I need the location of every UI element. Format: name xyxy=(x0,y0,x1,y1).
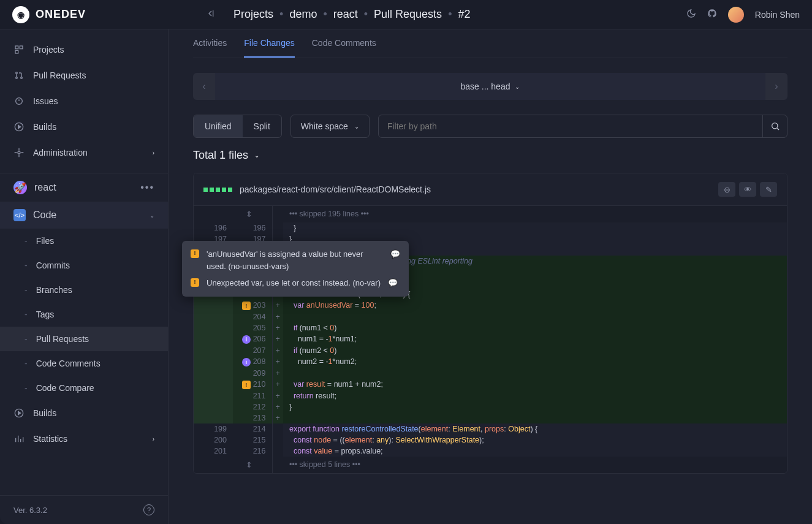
code-content[interactable] xyxy=(283,412,787,423)
search-button[interactable] xyxy=(762,115,787,137)
view-options-button[interactable]: ⊖ xyxy=(718,182,735,197)
diff-sign: + xyxy=(272,322,283,333)
tab-code-comments[interactable]: Code Comments xyxy=(312,38,376,58)
sidebar-sub-commits[interactable]: -Commits xyxy=(0,253,168,278)
diff-sign: + xyxy=(272,379,283,390)
sidebar-item-projects[interactable]: Projects xyxy=(0,37,168,63)
unified-button[interactable]: Unified xyxy=(194,115,243,137)
sidebar-item-statistics[interactable]: Statistics› xyxy=(0,426,168,452)
sidebar-item-builds[interactable]: Builds xyxy=(0,114,168,140)
sidebar-sub-branches[interactable]: -Branches xyxy=(0,278,168,302)
code-content[interactable] xyxy=(283,368,787,379)
project-menu-button[interactable]: ••• xyxy=(140,182,154,193)
code-icon: </> xyxy=(13,209,26,221)
line-number-old xyxy=(194,412,233,423)
edit-file-button[interactable]: ✎ xyxy=(760,182,777,197)
code-row: 211+ return result; xyxy=(194,390,787,401)
line-number-old xyxy=(194,345,233,356)
collapse-sidebar-button[interactable] xyxy=(205,9,215,21)
sidebar-item-label: Administration xyxy=(33,148,88,158)
diff-sign xyxy=(272,222,283,234)
warning-icon[interactable]: ! xyxy=(242,302,251,310)
svg-point-5 xyxy=(21,77,23,79)
username[interactable]: Robin Shen xyxy=(755,10,800,20)
diff-indicator xyxy=(203,188,232,192)
avatar[interactable] xyxy=(728,7,744,23)
next-diff-button[interactable]: › xyxy=(765,73,787,100)
sidebar-item-pull-requests[interactable]: Pull Requests xyxy=(0,63,168,88)
sidebar-item-issues[interactable]: Issues xyxy=(0,88,168,114)
github-icon[interactable] xyxy=(707,9,717,21)
line-number-new: 212 xyxy=(233,401,272,412)
expand-lines-button[interactable]: ⇕ xyxy=(233,206,272,222)
sidebar-sub-pull-requests[interactable]: -Pull Requests xyxy=(0,327,168,351)
sidebar-item-administration[interactable]: Administration› xyxy=(0,140,168,165)
breadcrumb-projects[interactable]: Projects xyxy=(233,8,273,21)
breadcrumb-pull-requests[interactable]: Pull Requests xyxy=(374,8,442,21)
breadcrumb-react[interactable]: react xyxy=(333,8,358,21)
line-number-new: !203 xyxy=(233,300,272,311)
warning-icon[interactable]: ! xyxy=(242,381,251,389)
code-content[interactable]: var result = num1 + num2; xyxy=(283,379,787,390)
whitespace-dropdown[interactable]: White space ⌄ xyxy=(290,115,370,138)
tab-file-changes[interactable]: File Changes xyxy=(244,38,295,58)
chevron-down-icon: ⌄ xyxy=(254,152,259,159)
code-content[interactable]: if (num1 < 0) xyxy=(283,322,787,333)
project-header[interactable]: 🚀 react ••• xyxy=(0,173,168,202)
code-row: 207+ if (num2 < 0) xyxy=(194,345,787,356)
code-content[interactable]: export function restoreControlledState(e… xyxy=(283,423,787,435)
toggle-view-button[interactable]: 👁 xyxy=(739,182,756,197)
code-content[interactable]: const node = ((element: any): SelectWith… xyxy=(283,435,787,446)
app-logo[interactable]: ◉ ONEDEV xyxy=(12,6,86,23)
code-row: 205+ if (num1 < 0) xyxy=(194,322,787,333)
breadcrumb-demo[interactable]: demo xyxy=(289,8,317,21)
line-number-new: 213 xyxy=(233,412,272,423)
comment-icon[interactable]: 💬 xyxy=(390,248,400,260)
dash-icon: - xyxy=(25,260,28,270)
code-content[interactable]: } xyxy=(283,222,787,234)
sidebar-item-label: Projects xyxy=(33,45,64,55)
warning-icon: ! xyxy=(191,278,199,287)
sidebar-sub-code-comments[interactable]: -Code Comments xyxy=(0,351,168,376)
sidebar-sub-tags[interactable]: -Tags xyxy=(0,302,168,327)
line-number-old xyxy=(194,379,233,390)
svg-rect-1 xyxy=(20,46,23,49)
total-files-toggle[interactable]: Total 1 files ⌄ xyxy=(193,149,787,162)
pull-request-icon xyxy=(13,70,25,81)
code-content[interactable]: num1 = -1*num1; xyxy=(283,333,787,345)
comment-icon[interactable]: 💬 xyxy=(388,277,398,289)
sidebar-sub-files[interactable]: -Files xyxy=(0,229,168,253)
code-content[interactable]: const value = props.value; xyxy=(283,446,787,457)
line-number-new: !210 xyxy=(233,379,272,390)
version-label: Ver. 6.3.2 xyxy=(13,506,47,515)
code-content[interactable]: return result; xyxy=(283,390,787,401)
diff-range-selector[interactable]: base ... head ⌄ xyxy=(215,73,765,100)
code-content[interactable]: if (num2 < 0) xyxy=(283,345,787,356)
code-content[interactable]: var anUnusedVar = 100; xyxy=(283,300,787,311)
sidebar-item-label: Builds xyxy=(33,408,56,418)
sidebar-item-builds-project[interactable]: Builds xyxy=(0,400,168,426)
code-content[interactable]: } xyxy=(283,401,787,412)
breadcrumb-pr-number: #2 xyxy=(458,8,470,21)
sidebar-code-section[interactable]: </> Code ⌄ xyxy=(0,202,168,229)
sidebar-sub-code-compare[interactable]: -Code Compare xyxy=(0,376,168,400)
help-button[interactable]: ? xyxy=(143,504,154,515)
expand-lines-button[interactable]: ⇕ xyxy=(233,457,272,473)
tooltip-message: 'anUnusedVar' is assigned a value but ne… xyxy=(207,248,383,272)
tab-activities[interactable]: Activities xyxy=(193,38,227,58)
svg-marker-8 xyxy=(18,125,21,128)
info-icon[interactable]: i xyxy=(242,335,251,344)
filter-by-path-input[interactable] xyxy=(379,115,762,137)
skip-label: ••• skipped 195 lines ••• xyxy=(283,206,787,222)
diff-sign: + xyxy=(272,356,283,368)
diff-sign: + xyxy=(272,390,283,401)
code-content[interactable] xyxy=(283,311,787,322)
info-icon[interactable]: i xyxy=(242,358,251,366)
file-path[interactable]: packages/react-dom/src/client/ReactDOMSe… xyxy=(240,184,431,194)
prev-diff-button[interactable]: ‹ xyxy=(193,73,215,100)
split-button[interactable]: Split xyxy=(243,115,281,137)
code-content[interactable]: num2 = -1*num2; xyxy=(283,356,787,368)
sidebar: Projects Pull Requests Issues Builds Adm… xyxy=(0,29,169,524)
theme-toggle-icon[interactable] xyxy=(686,9,696,21)
chevron-down-icon: ⌄ xyxy=(515,83,520,90)
